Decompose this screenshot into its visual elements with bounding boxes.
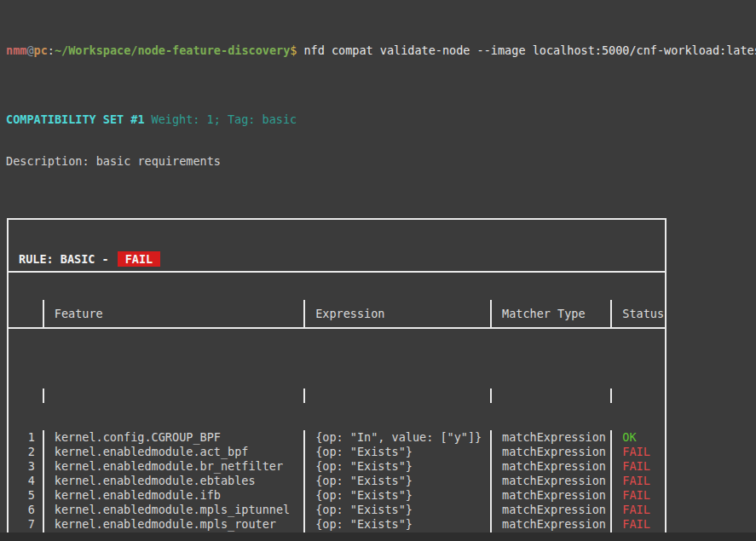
row-number: 7 <box>9 517 43 532</box>
column-header-expression: Expression <box>303 300 490 327</box>
set1-header-line: COMPATIBILITY SET #1Weight: 1; Tag: basi… <box>6 112 756 127</box>
row-matcher-type: matchExpression <box>490 517 610 532</box>
table-row: 2 kernel.enabledmodule.act_bpf {op: "Exi… <box>9 445 665 459</box>
prompt-path: ~/Workspace/node-feature-discovery <box>55 43 290 57</box>
column-header-matcher-type: Matcher Type <box>490 300 610 327</box>
prompt-host: pc <box>34 43 48 57</box>
column-header-status: Status <box>610 300 665 327</box>
table-row: 6 kernel.enabledmodule.mpls_iptunnel {op… <box>9 503 665 517</box>
row-matcher-type: matchExpression <box>490 503 610 517</box>
row-feature: kernel.config.CGROUP_BPF <box>43 430 303 445</box>
row-expression <box>303 388 490 403</box>
row-expression: {op: "Exists"} <box>303 459 490 474</box>
set1-description: Description: basic requirements <box>6 154 756 169</box>
row-feature: kernel.enabledmodule.ebtables <box>43 474 303 488</box>
rule-table-basic: RULE: BASIC - FAIL Feature Expression Ma… <box>7 218 667 541</box>
table-row <box>9 388 665 403</box>
column-header-num <box>9 300 43 327</box>
row-number: 6 <box>9 503 43 517</box>
column-header-row: Feature Expression Matcher Type Status <box>9 300 665 329</box>
row-feature: kernel.enabledmodule.act_bpf <box>43 445 303 459</box>
row-expression: {op: "Exists"} <box>303 445 490 459</box>
row-feature: kernel.enabledmodule.br_netfilter <box>43 459 303 474</box>
rule-header-basic: RULE: BASIC - FAIL <box>9 247 665 273</box>
rule-status-badge: FAIL <box>118 251 161 267</box>
row-matcher-type: matchExpression <box>490 445 610 459</box>
row-number: 3 <box>9 459 43 474</box>
row-matcher-type: matchExpression <box>490 430 610 445</box>
row-feature: kernel.enabledmodule.mpls_router <box>43 517 303 532</box>
table-row: 7 kernel.enabledmodule.mpls_router {op: … <box>9 517 665 532</box>
terminal-window: nmm@pc:~/Workspace/node-feature-discover… <box>0 0 756 541</box>
row-status: FAIL <box>610 445 665 459</box>
row-matcher-type: matchExpression <box>490 474 610 488</box>
row-expression: {op: "Exists"} <box>303 474 490 488</box>
row-status <box>610 388 665 403</box>
window-bottom-edge <box>0 532 756 541</box>
prompt-at-symbol: @ <box>26 43 33 57</box>
table-row: 1 kernel.config.CGROUP_BPF {op: "In", va… <box>9 430 665 445</box>
row-feature: kernel.enabledmodule.ifb <box>43 488 303 503</box>
prompt-user: nmm <box>6 43 26 57</box>
row-matcher-type: matchExpression <box>490 459 610 474</box>
row-expression: {op: "Exists"} <box>303 503 490 517</box>
row-status: FAIL <box>610 459 665 474</box>
row-matcher-type <box>490 388 610 403</box>
prompt-colon: : <box>48 43 55 57</box>
command-text: nfd compat validate-node --image localho… <box>297 43 756 57</box>
row-feature <box>43 388 303 403</box>
table-row: 3 kernel.enabledmodule.br_netfilter {op:… <box>9 459 665 474</box>
table-row: 5 kernel.enabledmodule.ifb {op: "Exists"… <box>9 488 665 503</box>
row-feature: kernel.enabledmodule.mpls_iptunnel <box>43 503 303 517</box>
set1-meta: Weight: 1; Tag: basic <box>152 112 297 126</box>
row-number <box>9 388 43 403</box>
row-number: 4 <box>9 474 43 488</box>
rule-label: RULE: BASIC - <box>19 252 109 266</box>
set1-title: COMPATIBILITY SET #1 <box>6 112 145 126</box>
table-row: 4 kernel.enabledmodule.ebtables {op: "Ex… <box>9 474 665 488</box>
column-header-feature: Feature <box>43 300 303 327</box>
row-number: 5 <box>9 488 43 503</box>
row-matcher-type: matchExpression <box>490 488 610 503</box>
row-status: FAIL <box>610 517 665 532</box>
row-number: 1 <box>9 430 43 445</box>
row-expression: {op: "In", value: ["y"]} <box>303 430 490 445</box>
row-number: 2 <box>9 445 43 459</box>
row-status: FAIL <box>610 503 665 517</box>
table-body: 1 kernel.config.CGROUP_BPF {op: "In", va… <box>9 356 665 541</box>
row-status: OK <box>610 430 665 445</box>
row-expression: {op: "Exists"} <box>303 517 490 532</box>
row-status: FAIL <box>610 488 665 503</box>
row-expression: {op: "Exists"} <box>303 488 490 503</box>
prompt-line: nmm@pc:~/Workspace/node-feature-discover… <box>6 43 756 58</box>
row-status: FAIL <box>610 474 665 488</box>
